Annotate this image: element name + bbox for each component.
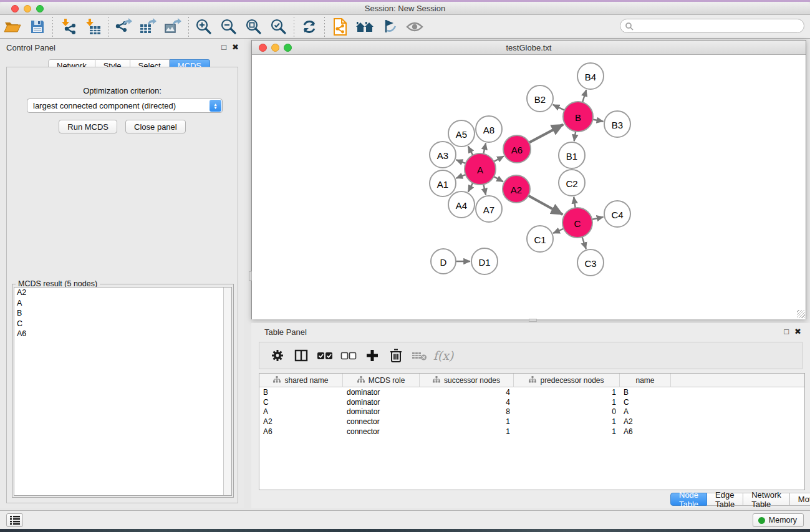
toolbar-separator [108, 17, 108, 37]
save-session-button[interactable] [25, 16, 50, 37]
table-cell[interactable]: 8 [420, 407, 514, 416]
select-all-button[interactable] [313, 344, 337, 367]
table-cell[interactable]: 4 [420, 388, 514, 397]
table-cell[interactable]: A6 [259, 427, 343, 436]
function-builder-button[interactable]: f(x) [432, 344, 455, 367]
column-header-successor-nodes[interactable]: successor nodes [420, 374, 514, 387]
column-header-shared-name[interactable]: shared name [259, 374, 343, 387]
mcds-result-item[interactable]: C [14, 319, 231, 329]
table-cell[interactable]: A [259, 407, 343, 416]
float-panel-icon[interactable]: □ [784, 327, 789, 336]
network-canvas[interactable]: B4B2BB3A8A5A6A3B1AA1C2A2A4A7C4CC1DD1C3 [252, 56, 806, 319]
export-table-button[interactable] [136, 16, 161, 37]
mcds-result-item[interactable]: A6 [14, 329, 231, 339]
horizontal-scroll-stub[interactable] [529, 319, 537, 322]
node-label-B1: B1 [566, 151, 577, 162]
memory-button[interactable]: Memory [753, 513, 804, 527]
close-panel-icon[interactable]: ✖ [232, 42, 239, 52]
table-cell[interactable]: 4 [420, 398, 514, 407]
zoom-out-button[interactable] [216, 16, 241, 37]
table-cell[interactable]: A2 [620, 417, 671, 426]
hide-graphics-details-button[interactable] [377, 16, 402, 37]
table-settings-button[interactable] [266, 344, 289, 367]
export-image-button[interactable] [161, 16, 186, 37]
tab-edge-table[interactable]: Edge Table [707, 493, 743, 506]
column-header-name[interactable]: name [620, 374, 671, 387]
import-table-button[interactable] [80, 16, 105, 37]
float-panel-icon[interactable]: □ [221, 42, 226, 52]
delete-column-button[interactable] [384, 344, 408, 367]
toolbar-separator [324, 17, 325, 37]
select-stepper-icon: ▲▼ [210, 100, 221, 112]
table-cell[interactable]: 1 [420, 417, 514, 426]
table-cell[interactable]: A2 [259, 417, 343, 426]
table-cell[interactable]: C [259, 398, 343, 407]
table-cell[interactable]: B [620, 388, 671, 397]
new-network-from-selection-button[interactable] [327, 16, 352, 37]
gear-icon [270, 348, 285, 363]
export-network-button[interactable] [111, 16, 136, 37]
table-cell[interactable]: connector [343, 417, 420, 426]
table-cell[interactable]: 1 [514, 417, 620, 426]
table-cell[interactable]: A [620, 407, 671, 416]
main-titlebar: Session: New Session [0, 2, 810, 15]
table-cell[interactable]: dominator [343, 388, 420, 397]
node-table: shared nameMCDS rolesuccessor nodesprede… [259, 373, 805, 490]
table-cell[interactable]: 1 [514, 388, 620, 397]
table-cell[interactable]: C [620, 398, 671, 407]
resize-grip[interactable] [797, 310, 805, 318]
column-label: name [635, 376, 654, 385]
show-panels-button[interactable] [6, 513, 23, 527]
close-panel-button[interactable]: Close panel [125, 120, 186, 133]
table-row[interactable]: A2connector11A2 [259, 417, 804, 427]
open-session-button[interactable] [0, 16, 25, 37]
table-cell[interactable]: 0 [514, 407, 620, 416]
first-neighbors-button[interactable] [352, 16, 377, 37]
column-header-predecessor-nodes[interactable]: predecessor nodes [514, 374, 620, 387]
export-table-icon [139, 18, 158, 36]
new-network-document-icon [332, 17, 348, 36]
vertical-scroll-stub[interactable] [249, 271, 252, 281]
tab-motifs[interactable]: Motifs [790, 493, 810, 506]
mcds-result-item[interactable]: B [14, 308, 231, 319]
table-row[interactable]: Bdominator41B [259, 387, 804, 397]
table-cell[interactable]: 1 [420, 427, 514, 436]
add-column-button[interactable] [360, 344, 384, 367]
tab-node-table[interactable]: Node Table [670, 493, 707, 506]
import-network-button[interactable] [55, 16, 80, 37]
zoom-selected-button[interactable] [266, 16, 291, 37]
column-label: predecessor nodes [540, 376, 604, 385]
list-scrollbar[interactable] [223, 288, 231, 495]
run-mcds-button[interactable]: Run MCDS [59, 120, 117, 133]
table-cell[interactable]: A6 [620, 427, 671, 436]
mcds-result-item[interactable]: A [14, 298, 231, 309]
refresh-button[interactable] [297, 16, 322, 37]
criterion-select[interactable]: largest connected component (directed) ▲… [27, 99, 223, 113]
tree-icon [273, 376, 281, 385]
node-label-D: D [440, 257, 447, 268]
zoom-in-button[interactable] [191, 16, 216, 37]
table-cell[interactable]: 1 [514, 427, 620, 436]
table-cell[interactable]: connector [343, 427, 420, 436]
mcds-result-list[interactable]: A2ABCA6 [14, 287, 232, 496]
table-cell[interactable]: 1 [514, 398, 620, 407]
column-header-mcds-role[interactable]: MCDS role [343, 374, 420, 387]
node-label-A5: A5 [456, 129, 467, 140]
table-cell[interactable]: B [259, 388, 343, 397]
table-cell[interactable]: dominator [343, 398, 420, 407]
save-floppy-icon [29, 19, 46, 35]
table-body: Bdominator41BCdominator41CAdominator80AA… [259, 387, 804, 437]
split-view-button[interactable] [289, 344, 313, 367]
search-input[interactable] [634, 21, 804, 32]
close-panel-icon[interactable]: ✖ [794, 327, 801, 336]
mcds-result-item[interactable]: A2 [14, 288, 231, 298]
deselect-all-button[interactable] [337, 344, 360, 367]
zoom-fit-button[interactable] [241, 16, 266, 37]
table-cell[interactable]: dominator [343, 407, 420, 416]
delete-table-button[interactable] [408, 344, 432, 367]
table-row[interactable]: A6connector11A6 [259, 427, 804, 437]
table-row[interactable]: Cdominator41C [259, 397, 804, 407]
show-graphics-details-button[interactable] [402, 16, 427, 37]
table-row[interactable]: Adominator80A [259, 407, 804, 417]
tab-network-table[interactable]: Network Table [743, 493, 790, 506]
